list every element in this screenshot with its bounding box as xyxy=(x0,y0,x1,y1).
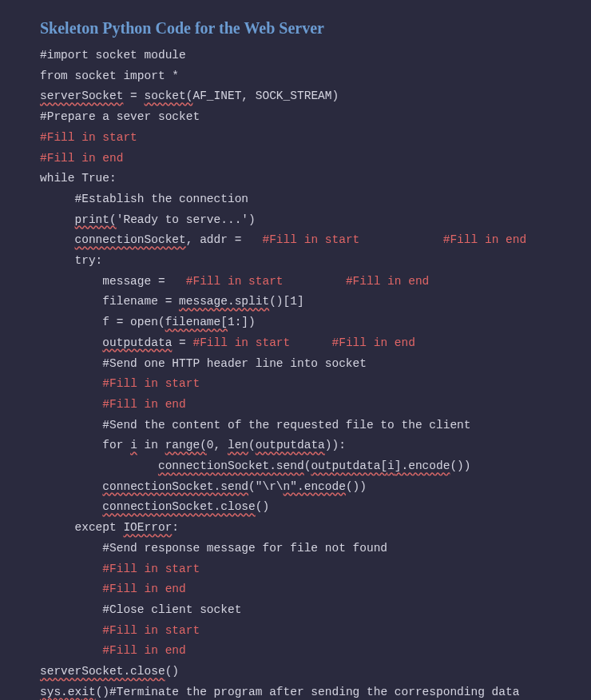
code-token: ].encode xyxy=(395,459,450,472)
code-token xyxy=(40,233,75,246)
code-token: message = xyxy=(40,275,186,288)
code-token xyxy=(40,459,158,472)
code-token xyxy=(290,336,331,349)
code-token: AF_INET, SOCK_STREAM) xyxy=(192,89,339,102)
code-token: : xyxy=(172,521,179,534)
code-token xyxy=(40,480,102,493)
code-token xyxy=(284,275,346,288)
fill-comment: #Fill in end xyxy=(102,398,185,411)
code-token xyxy=(40,583,102,595)
code-token: outputdata xyxy=(256,439,325,451)
code-token: connectionSocket.send xyxy=(102,480,248,493)
fill-comment: #Fill in end xyxy=(332,336,415,349)
code-token xyxy=(40,563,102,575)
fill-comment: #Fill in start xyxy=(262,233,359,246)
code-line: from socket import * xyxy=(40,70,179,82)
code-token: print( xyxy=(75,213,117,226)
code-line: while True: xyxy=(40,172,117,185)
fill-comment: #Fill in end xyxy=(40,152,123,165)
code-token: in xyxy=(137,439,165,451)
code-token: = xyxy=(172,336,192,349)
code-token: sys.ex xyxy=(40,686,81,698)
code-token: filename = xyxy=(40,295,179,308)
code-line: #Establish the connection xyxy=(40,193,248,205)
code-line: #Send response message for file not foun… xyxy=(40,542,387,555)
code-token: 0, xyxy=(207,439,228,451)
code-line: #Send the content of the requested file … xyxy=(40,419,471,432)
code-line: #import socket module xyxy=(40,49,186,62)
code-token xyxy=(40,398,102,411)
code-line: #Close client socket xyxy=(40,603,241,616)
code-token: ()) xyxy=(346,480,367,493)
code-token: serverSocket xyxy=(40,89,123,102)
fill-comment: #Fill in end xyxy=(102,583,185,595)
code-line: try: xyxy=(40,254,102,267)
code-token xyxy=(40,624,102,637)
code-token: ()[1] xyxy=(269,295,304,308)
code-token: ( xyxy=(248,439,256,451)
code-token: IOError xyxy=(123,521,172,534)
code-line: #Prepare a sever socket xyxy=(40,110,200,123)
fill-comment: #Fill in start xyxy=(102,563,200,575)
code-line: #Send one HTTP header line into socket xyxy=(40,357,367,370)
fill-comment: #Fill in end xyxy=(346,275,429,288)
code-token: socket( xyxy=(145,89,193,102)
code-token: except xyxy=(40,521,123,534)
fill-comment: #Fill in start xyxy=(186,275,284,288)
code-token xyxy=(40,644,102,657)
code-token: 1:]) xyxy=(228,316,256,328)
code-token xyxy=(40,377,102,390)
code-token xyxy=(40,500,102,513)
fill-comment: #Fill in start xyxy=(102,624,200,637)
document-container: Skeleton Python Code for the Web Server … xyxy=(0,0,591,700)
fill-comment: #Fill in start xyxy=(40,131,137,144)
code-token: ()) xyxy=(450,459,470,472)
code-token: connectionSocket.send xyxy=(158,459,304,472)
code-token: len xyxy=(228,439,248,451)
fill-comment: #Fill in start xyxy=(102,377,200,390)
code-token: outputdata xyxy=(102,336,172,349)
code-token xyxy=(40,213,75,226)
code-token: , addr = xyxy=(186,233,263,246)
code-token: outputdata[ xyxy=(311,459,387,472)
code-token: range( xyxy=(165,439,207,451)
code-token: message.split xyxy=(179,295,269,308)
code-block: #import socket module from socket import… xyxy=(40,46,551,700)
document-title: Skeleton Python Code for the Web Server xyxy=(40,19,551,38)
code-token: for xyxy=(40,439,130,451)
code-token xyxy=(359,233,442,246)
code-token: f = open( xyxy=(40,316,165,328)
code-token: () xyxy=(165,665,179,678)
fill-comment: #Fill in end xyxy=(443,233,526,246)
code-token: it xyxy=(81,686,95,698)
code-token xyxy=(40,336,102,349)
code-token: 'Ready to serve...') xyxy=(117,213,256,226)
code-token: i xyxy=(387,459,395,472)
code-token: i xyxy=(130,439,137,451)
code-token: )): xyxy=(325,439,346,451)
code-token: ()#Terminate the program after sending t… xyxy=(96,686,520,698)
code-token: filename[ xyxy=(165,316,228,328)
code-token: n".encode xyxy=(284,480,346,493)
code-token: ("\r\ xyxy=(248,480,284,493)
code-token: connectionSocket.close xyxy=(102,500,255,513)
code-token: = xyxy=(123,89,144,102)
code-token: () xyxy=(256,500,269,513)
fill-comment: #Fill in start xyxy=(192,336,290,349)
code-token: serverSocket.close xyxy=(40,665,165,678)
fill-comment: #Fill in end xyxy=(102,644,185,657)
code-token: connectionSocket xyxy=(75,233,186,246)
